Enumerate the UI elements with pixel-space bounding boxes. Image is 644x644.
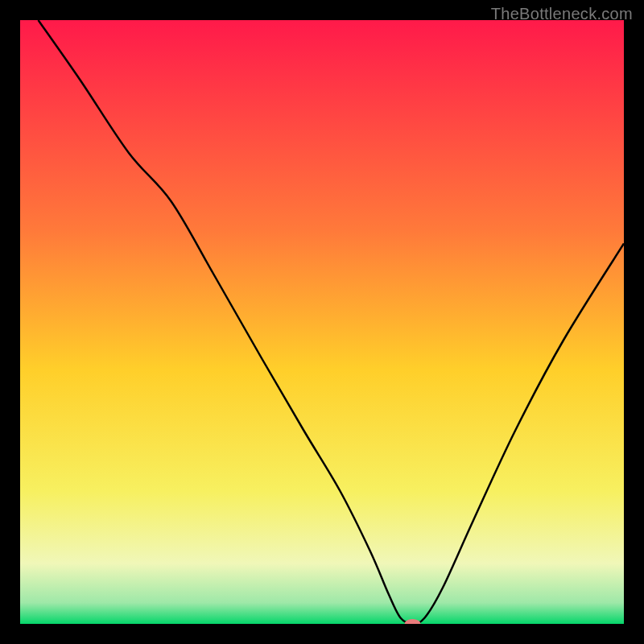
chart-background [20,20,624,624]
chart-svg [20,20,624,624]
chart-plot [20,20,624,624]
watermark-text: TheBottleneck.com [491,5,633,23]
